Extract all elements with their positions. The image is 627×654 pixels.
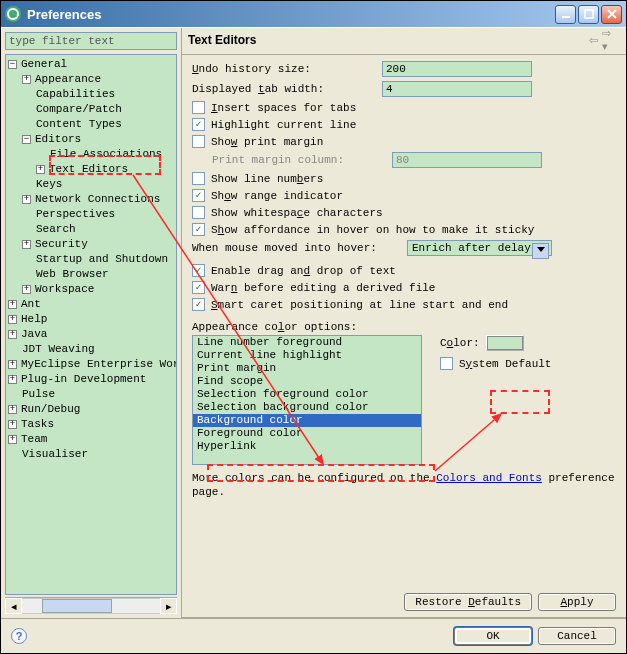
more-colors-text: More colors can be configured on the Col… xyxy=(192,471,616,499)
tree-item-perspectives[interactable]: Perspectives xyxy=(36,208,115,220)
tree-item-plugin-dev[interactable]: Plug-in Development xyxy=(21,373,146,385)
expand-icon[interactable]: + xyxy=(8,375,17,384)
tree-item-search[interactable]: Search xyxy=(36,223,76,235)
app-icon xyxy=(5,6,21,22)
collapse-icon[interactable]: − xyxy=(8,60,17,69)
tree-item-startup[interactable]: Startup and Shutdown xyxy=(36,253,168,265)
range-indicator-checkbox[interactable] xyxy=(192,189,205,202)
ok-button[interactable]: OK xyxy=(454,627,532,645)
tree-item-jdt[interactable]: JDT Weaving xyxy=(22,343,95,355)
color-option-item[interactable]: Find scope xyxy=(193,375,421,388)
color-option-item[interactable]: Print margin xyxy=(193,362,421,375)
tree-item-editors[interactable]: Editors xyxy=(35,133,81,145)
restore-defaults-button[interactable]: Restore Defaults xyxy=(404,593,532,611)
expand-icon[interactable]: + xyxy=(22,75,31,84)
expand-icon[interactable]: + xyxy=(22,285,31,294)
cancel-button[interactable]: Cancel xyxy=(538,627,616,645)
color-option-item[interactable]: Current line highlight xyxy=(193,349,421,362)
expand-icon[interactable]: + xyxy=(22,195,31,204)
tree-item-visualiser[interactable]: Visualiser xyxy=(22,448,88,460)
expand-icon[interactable]: + xyxy=(8,315,17,324)
tree-item-text-editors[interactable]: Text Editors xyxy=(49,163,128,175)
preferences-window: Preferences −General +Appearance Capabil… xyxy=(0,0,627,654)
tree-item-java[interactable]: Java xyxy=(21,328,47,340)
line-numbers-label: Show line numbers xyxy=(211,173,323,185)
tree-item-keys[interactable]: Keys xyxy=(36,178,62,190)
hover-mode-select[interactable]: Enrich after delay xyxy=(407,240,552,256)
enable-dnd-checkbox[interactable] xyxy=(192,264,205,277)
color-option-item[interactable]: Background color xyxy=(193,414,421,427)
system-default-checkbox[interactable] xyxy=(440,357,453,370)
svg-rect-0 xyxy=(562,16,570,18)
color-options-list[interactable]: Line number foregroundCurrent line highl… xyxy=(192,335,422,465)
scroll-thumb[interactable] xyxy=(42,599,112,613)
tree-item-team[interactable]: Team xyxy=(21,433,47,445)
expand-icon[interactable]: + xyxy=(8,405,17,414)
category-tree[interactable]: −General +Appearance Capabilities Compar… xyxy=(5,54,177,595)
highlight-line-label: Highlight current line xyxy=(211,119,356,131)
color-option-item[interactable]: Selection background color xyxy=(193,401,421,414)
affordance-checkbox[interactable] xyxy=(192,223,205,236)
scroll-right-icon[interactable]: ▸ xyxy=(160,598,177,614)
whitespace-checkbox[interactable] xyxy=(192,206,205,219)
insert-spaces-checkbox[interactable] xyxy=(192,101,205,114)
expand-icon[interactable]: + xyxy=(36,165,45,174)
smart-caret-checkbox[interactable] xyxy=(192,298,205,311)
tree-item-ant[interactable]: Ant xyxy=(21,298,41,310)
tree-item-general[interactable]: General xyxy=(21,58,67,70)
tree-item-compare[interactable]: Compare/Patch xyxy=(36,103,122,115)
print-margin-label: Show print margin xyxy=(211,136,323,148)
expand-icon[interactable]: + xyxy=(8,435,17,444)
print-margin-checkbox[interactable] xyxy=(192,135,205,148)
appearance-options-label: Appearance color options: xyxy=(192,321,616,333)
tree-item-capabilities[interactable]: Capabilities xyxy=(36,88,115,100)
enable-dnd-label: Enable drag and drop of text xyxy=(211,265,396,277)
tree-item-myeclipse[interactable]: MyEclipse Enterprise Work xyxy=(21,358,177,370)
tree-item-file-assoc[interactable]: File Associations xyxy=(50,148,162,160)
color-swatch-button[interactable] xyxy=(486,335,524,351)
tree-item-pulse[interactable]: Pulse xyxy=(22,388,55,400)
undo-history-input[interactable] xyxy=(382,61,532,77)
expand-icon[interactable]: + xyxy=(8,330,17,339)
tree-item-web-browser[interactable]: Web Browser xyxy=(36,268,109,280)
tree-item-appearance[interactable]: Appearance xyxy=(35,73,101,85)
horizontal-scrollbar[interactable]: ◂ ▸ xyxy=(5,597,177,614)
window-title: Preferences xyxy=(27,7,101,22)
scroll-left-icon[interactable]: ◂ xyxy=(5,598,22,614)
collapse-icon[interactable]: − xyxy=(22,135,31,144)
close-button[interactable] xyxy=(601,5,622,24)
range-indicator-label: Show range indicator xyxy=(211,190,343,202)
colors-fonts-link[interactable]: Colors and Fonts xyxy=(436,472,542,484)
color-option-item[interactable]: Foreground color xyxy=(193,427,421,440)
tree-item-security[interactable]: Security xyxy=(35,238,88,250)
tab-width-label: Displayed tab width: xyxy=(192,83,382,95)
color-label: Color: xyxy=(440,337,480,349)
main-panel: Text Editors ⇦ ⇨ ▾ Undo history size: Di… xyxy=(182,28,626,618)
expand-icon[interactable]: + xyxy=(8,360,17,369)
expand-icon[interactable]: + xyxy=(8,300,17,309)
help-icon[interactable]: ? xyxy=(11,628,27,644)
warn-derived-checkbox[interactable] xyxy=(192,281,205,294)
tree-item-network[interactable]: Network Connections xyxy=(35,193,160,205)
color-option-item[interactable]: Line number foreground xyxy=(193,336,421,349)
tree-item-help[interactable]: Help xyxy=(21,313,47,325)
tree-item-content-types[interactable]: Content Types xyxy=(36,118,122,130)
apply-button[interactable]: Apply xyxy=(538,593,616,611)
maximize-button[interactable] xyxy=(578,5,599,24)
titlebar[interactable]: Preferences xyxy=(1,1,626,27)
minimize-button[interactable] xyxy=(555,5,576,24)
tree-item-workspace[interactable]: Workspace xyxy=(35,283,94,295)
forward-icon[interactable]: ⇨ ▾ xyxy=(602,32,620,48)
hover-mode-value: Enrich after delay xyxy=(412,242,531,254)
expand-icon[interactable]: + xyxy=(22,240,31,249)
expand-icon[interactable]: + xyxy=(8,420,17,429)
color-option-item[interactable]: Hyperlink xyxy=(193,440,421,453)
tree-item-tasks[interactable]: Tasks xyxy=(21,418,54,430)
tree-item-run-debug[interactable]: Run/Debug xyxy=(21,403,80,415)
color-option-item[interactable]: Selection foreground color xyxy=(193,388,421,401)
filter-input[interactable] xyxy=(5,32,177,50)
back-icon[interactable]: ⇦ xyxy=(584,32,602,48)
highlight-line-checkbox[interactable] xyxy=(192,118,205,131)
line-numbers-checkbox[interactable] xyxy=(192,172,205,185)
tab-width-input[interactable] xyxy=(382,81,532,97)
